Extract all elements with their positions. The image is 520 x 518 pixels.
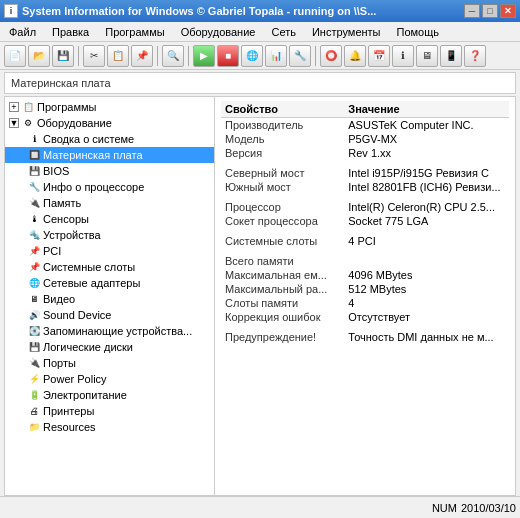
prop-name: Модель [221,132,344,146]
table-row: Южный мостIntel 82801FB (ICH6) Ревизи... [221,180,509,194]
prop-name: Слоты памяти [221,296,344,310]
tree-item-slots[interactable]: 📌 Системные слоты [5,259,214,275]
prop-name: Предупреждение! [221,330,344,344]
toolbar: 📄 📂 💾 ✂ 📋 📌 🔍 ▶ ■ 🌐 📊 🔧 ⭕ 🔔 📅 ℹ 🖥 📱 ❓ [0,42,520,70]
toolbar-separator-1 [78,46,79,66]
tool12[interactable]: ❓ [464,45,486,67]
slots-label: Системные слоты [43,261,135,273]
tree-item-memory[interactable]: 🔌 Память [5,195,214,211]
tree-item-ports[interactable]: 🔌 Порты [5,355,214,371]
tool4[interactable]: 📊 [265,45,287,67]
copy-button[interactable]: 📋 [107,45,129,67]
tool7[interactable]: 🔔 [344,45,366,67]
prop-value: Точность DMI данных не м... [344,330,509,344]
col-value: Значение [344,101,509,118]
tool9[interactable]: ℹ [392,45,414,67]
table-row: Сокет процессораSocket 775 LGA [221,214,509,228]
logical-label: Логические диски [43,341,133,353]
powerpolicy-icon: ⚡ [27,372,41,386]
tree-item-logical[interactable]: 💾 Логические диски [5,339,214,355]
table-row: Всего памяти [221,254,509,268]
sensors-label: Сенсоры [43,213,89,225]
save-button[interactable]: 💾 [52,45,74,67]
tree-panel[interactable]: + 📋 Программы ▼ ⚙ Оборудование ℹ Сводка … [5,97,215,495]
expand-programs[interactable]: + [9,102,19,112]
storage-label: Запоминающие устройства... [43,325,192,337]
tool6[interactable]: ⭕ [320,45,342,67]
new-button[interactable]: 📄 [4,45,26,67]
tool11[interactable]: 📱 [440,45,462,67]
prop-value: P5GV-MX [344,132,509,146]
cut-button[interactable]: ✂ [83,45,105,67]
tool10[interactable]: 🖥 [416,45,438,67]
expand-hardware[interactable]: ▼ [9,118,19,128]
pci-icon: 📌 [27,244,41,258]
tool8[interactable]: 📅 [368,45,390,67]
power-icon: 🔋 [27,388,41,402]
prop-value: Intel(R) Celeron(R) CPU 2.5... [344,200,509,214]
table-row: Северный мостIntel i915P/i915G Ревизия С [221,166,509,180]
tree-item-sound[interactable]: 🔊 Sound Device [5,307,214,323]
menu-item-файл[interactable]: Файл [2,23,43,41]
resources-icon: 📁 [27,420,41,434]
menu-item-правка[interactable]: Правка [45,23,96,41]
video-label: Видео [43,293,75,305]
tree-item-resources[interactable]: 📁 Resources [5,419,214,435]
tree-item-pci[interactable]: 📌 PCI [5,243,214,259]
status-date: 2010/03/10 [461,502,516,514]
tree-item-motherboard[interactable]: 🔲 Материнская плата [5,147,214,163]
powerpolicy-label: Power Policy [43,373,107,385]
breadcrumb-text: Материнская плата [11,77,111,89]
tree-item-netadapters[interactable]: 🌐 Сетевые адаптеры [5,275,214,291]
menu-bar: ФайлПравкаПрограммыОборудованиеСетьИнстр… [0,22,520,42]
programs-label: Программы [37,101,96,113]
tree-item-hardware[interactable]: ▼ ⚙ Оборудование [5,115,214,131]
table-row: Предупреждение!Точность DMI данных не м.… [221,330,509,344]
prop-value: Отсутствует [344,310,509,324]
prop-name: Максимальный ра... [221,282,344,296]
table-row: Максимальная ем...4096 MBytes [221,268,509,282]
tool5[interactable]: 🔧 [289,45,311,67]
table-row: Максимальный ра...512 MBytes [221,282,509,296]
tree-item-sensors[interactable]: 🌡 Сенсоры [5,211,214,227]
prop-name: Процессор [221,200,344,214]
tree-item-cpu[interactable]: 🔧 Инфо о процессоре [5,179,214,195]
tree-item-video[interactable]: 🖥 Видео [5,291,214,307]
cpu-label: Инфо о процессоре [43,181,144,193]
maximize-button[interactable]: □ [482,4,498,18]
prop-value: Socket 775 LGA [344,214,509,228]
refresh-button[interactable]: ▶ [193,45,215,67]
status-num: NUM [432,502,457,514]
stop-button[interactable]: ■ [217,45,239,67]
open-button[interactable]: 📂 [28,45,50,67]
tree-item-devices[interactable]: 🔩 Устройства [5,227,214,243]
prop-name: Версия [221,146,344,160]
memory-icon: 🔌 [27,196,41,210]
menu-item-программы[interactable]: Программы [98,23,171,41]
search-button[interactable]: 🔍 [162,45,184,67]
minimize-button[interactable]: ─ [464,4,480,18]
tree-item-power[interactable]: 🔋 Электропитание [5,387,214,403]
prop-name: Северный мост [221,166,344,180]
printers-label: Принтеры [43,405,94,417]
prop-value [344,254,509,268]
tree-item-bios[interactable]: 💾 BIOS [5,163,214,179]
toolbar-separator-2 [157,46,158,66]
bios-icon: 💾 [27,164,41,178]
tree-item-powerpolicy[interactable]: ⚡ Power Policy [5,371,214,387]
menu-item-сеть[interactable]: Сеть [264,23,302,41]
prop-value: 4096 MBytes [344,268,509,282]
tree-item-summary[interactable]: ℹ Сводка о системе [5,131,214,147]
menu-item-оборудование[interactable]: Оборудование [174,23,263,41]
summary-icon: ℹ [27,132,41,146]
tree-item-printers[interactable]: 🖨 Принтеры [5,403,214,419]
menu-item-помощь[interactable]: Помощь [390,23,447,41]
summary-label: Сводка о системе [43,133,134,145]
prop-value: Intel 82801FB (ICH6) Ревизи... [344,180,509,194]
tree-item-storage[interactable]: 💽 Запоминающие устройства... [5,323,214,339]
tree-item-programs[interactable]: + 📋 Программы [5,99,214,115]
paste-button[interactable]: 📌 [131,45,153,67]
close-button[interactable]: ✕ [500,4,516,18]
menu-item-инструменты[interactable]: Инструменты [305,23,388,41]
tool3[interactable]: 🌐 [241,45,263,67]
